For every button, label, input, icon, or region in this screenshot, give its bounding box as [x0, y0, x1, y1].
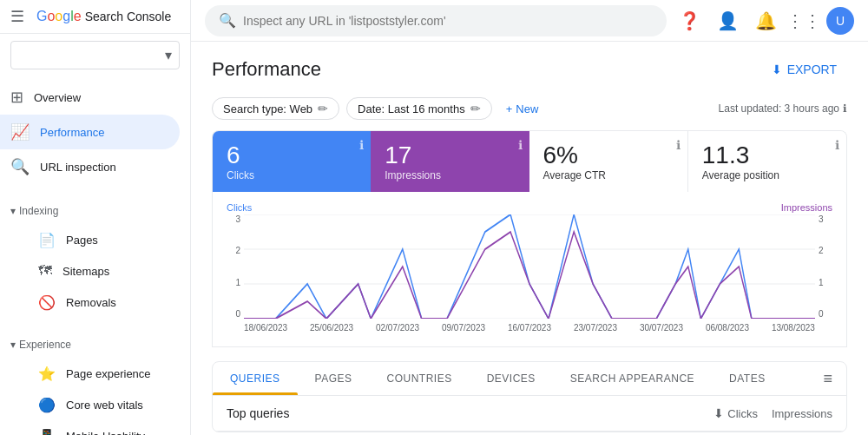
y-axis-left: 3 2 1 0 — [227, 214, 244, 336]
collapse-icon: ▾ — [10, 339, 16, 351]
chart-svg — [244, 214, 815, 319]
sidebar-item-label: Mobile Usability — [66, 430, 145, 436]
tab-pages[interactable]: PAGES — [298, 362, 370, 395]
apps-icon: ⋮⋮ — [786, 10, 821, 31]
tab-countries[interactable]: COUNTRIES — [369, 362, 469, 395]
main-nav: ⊞ Overview 📈 Performance 🔍 URL inspectio… — [0, 76, 190, 188]
sidebar-item-sitemaps[interactable]: 🗺 Sitemaps — [0, 255, 180, 287]
experience-section-header[interactable]: ▾ Experience — [0, 332, 190, 358]
clicks-value: 6 — [227, 142, 357, 169]
avatar[interactable]: U — [826, 7, 854, 35]
clicks-axis-label: Clicks — [227, 202, 252, 213]
ctr-metric[interactable]: 6% Average CTR ℹ — [529, 131, 688, 192]
indexing-section: ▾ Indexing 📄 Pages 🗺 Sitemaps 🚫 Removals — [0, 194, 190, 321]
info-icon[interactable]: ℹ — [676, 138, 681, 152]
position-label: Average position — [702, 169, 832, 181]
sidebar-item-label: URL inspection — [40, 161, 116, 174]
tab-dates[interactable]: DATES — [712, 362, 783, 395]
sidebar-item-performance[interactable]: 📈 Performance — [0, 115, 180, 149]
experience-label: Experience — [19, 339, 71, 351]
page-experience-icon: ⭐ — [38, 366, 56, 382]
content-header: Performance ⬇ EXPORT — [212, 56, 847, 83]
info-icon[interactable]: ℹ — [359, 138, 364, 152]
sidebar-item-label: Pages — [66, 234, 98, 247]
search-icon: 🔍 — [219, 12, 236, 29]
search-box[interactable]: 🔍 — [205, 5, 667, 36]
mobile-usability-icon: 📱 — [38, 428, 56, 436]
topbar-icons: ❓ 👤 🔔 ⋮⋮ U — [674, 5, 854, 36]
position-value: 11.3 — [702, 142, 832, 169]
export-label: EXPORT — [787, 63, 837, 76]
ctr-label: Average CTR — [543, 169, 674, 181]
clicks-metric[interactable]: 6 Clicks ℹ — [213, 131, 371, 192]
filter-rows-button[interactable]: ≡ — [819, 366, 836, 392]
y-axis-right: 3 2 1 0 — [815, 214, 832, 336]
clicks-label: Clicks — [227, 169, 357, 181]
tab-queries[interactable]: QUERIES — [213, 362, 298, 395]
search-type-label: Search type: Web — [223, 102, 312, 115]
indexing-section-header[interactable]: ▾ Indexing — [0, 198, 190, 224]
tab-search-appearance[interactable]: SEARCH APPEARANCE — [553, 362, 712, 395]
main-content: 🔍 ❓ 👤 🔔 ⋮⋮ U Performance ⬇ — [191, 0, 868, 435]
impressions-col-label: Impressions — [772, 407, 832, 420]
chevron-down-icon: ▾ — [165, 47, 172, 63]
chart-svg-container: 18/06/2023 25/06/2023 02/07/2023 09/07/2… — [244, 214, 815, 336]
info-icon: ℹ — [843, 102, 847, 115]
sidebar-item-page-experience[interactable]: ⭐ Page experience — [0, 358, 180, 389]
x-axis-labels: 18/06/2023 25/06/2023 02/07/2023 09/07/2… — [244, 321, 815, 333]
table-header-actions: ⬇ Clicks Impressions — [713, 406, 832, 420]
overview-icon: ⊞ — [10, 88, 23, 107]
property-selector[interactable]: ▾ — [10, 41, 180, 69]
date-range-filter[interactable]: Date: Last 16 months ✏ — [346, 97, 492, 120]
collapse-icon: ▾ — [10, 205, 16, 217]
help-button[interactable]: ❓ — [674, 5, 705, 36]
clicks-column-header[interactable]: ⬇ Clicks — [713, 406, 758, 420]
sidebar-item-label: Performance — [40, 126, 104, 139]
tab-devices[interactable]: DEVICES — [470, 362, 553, 395]
info-icon[interactable]: ℹ — [835, 138, 839, 152]
sidebar-item-core-web-vitals[interactable]: 🔵 Core web vitals — [0, 389, 180, 420]
add-filter-button[interactable]: + New — [499, 99, 546, 119]
export-button[interactable]: ⬇ EXPORT — [761, 56, 847, 83]
position-metric[interactable]: 11.3 Average position ℹ — [688, 131, 846, 192]
avatar-initials: U — [836, 14, 845, 28]
menu-icon[interactable]: ☰ — [10, 7, 24, 26]
sidebar-item-url-inspection[interactable]: 🔍 URL inspection — [0, 149, 180, 184]
impressions-column-header[interactable]: Impressions — [772, 407, 832, 420]
apps-button[interactable]: ⋮⋮ — [788, 5, 819, 36]
account-icon: 👤 — [717, 10, 739, 31]
help-icon: ❓ — [679, 10, 700, 31]
notifications-button[interactable]: 🔔 — [750, 5, 781, 36]
search-input[interactable] — [243, 14, 653, 28]
performance-icon: 📈 — [10, 122, 30, 142]
sitemaps-icon: 🗺 — [38, 263, 52, 279]
tabs-actions: ≡ — [809, 362, 846, 395]
table-title: Top queries — [227, 406, 289, 420]
search-type-filter[interactable]: Search type: Web ✏ — [212, 97, 339, 120]
download-icon: ⬇ — [772, 63, 782, 76]
info-icon[interactable]: ℹ — [518, 138, 523, 152]
sidebar-item-pages[interactable]: 📄 Pages — [0, 224, 180, 255]
sidebar-item-removals[interactable]: 🚫 Removals — [0, 287, 180, 318]
sidebar-item-label: Overview — [34, 91, 81, 104]
app-logo: Google Search Console — [36, 9, 171, 24]
edit-icon: ✏ — [470, 102, 481, 115]
sidebar-item-overview[interactable]: ⊞ Overview — [0, 80, 180, 115]
sidebar-header: ☰ Google Search Console — [0, 0, 190, 34]
sidebar-item-mobile-usability[interactable]: 📱 Mobile Usability — [0, 420, 180, 435]
impressions-metric[interactable]: 17 Impressions ℹ — [371, 131, 529, 192]
account-circle-button[interactable]: 👤 — [712, 5, 743, 36]
topbar: 🔍 ❓ 👤 🔔 ⋮⋮ U — [191, 0, 868, 42]
url-inspection-icon: 🔍 — [10, 157, 30, 176]
impressions-axis-label: Impressions — [781, 202, 832, 213]
tabs-bar: QUERIES PAGES COUNTRIES DEVICES SEARCH A… — [213, 362, 846, 396]
add-icon: + — [506, 102, 513, 115]
date-range-label: Date: Last 16 months — [358, 102, 465, 115]
sidebar: ☰ Google Search Console ▾ ⊞ Overview 📈 P… — [0, 0, 191, 435]
indexing-label: Indexing — [19, 205, 58, 217]
core-web-vitals-icon: 🔵 — [38, 397, 56, 413]
impressions-value: 17 — [385, 142, 515, 169]
experience-section: ▾ Experience ⭐ Page experience 🔵 Core we… — [0, 328, 190, 435]
ctr-value: 6% — [543, 142, 674, 169]
last-updated: Last updated: 3 hours ago ℹ — [719, 102, 847, 115]
